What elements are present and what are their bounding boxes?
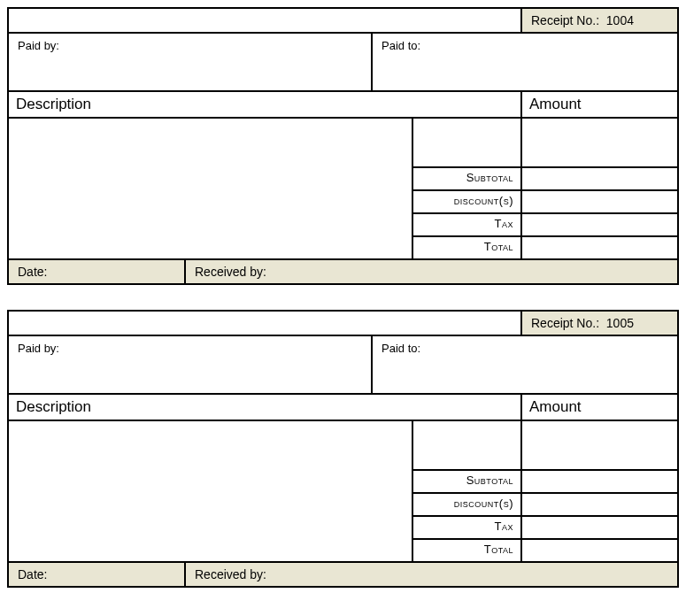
- discounts-value: [521, 493, 678, 516]
- header-blank: [8, 311, 521, 335]
- tax-label: Tax: [412, 516, 521, 539]
- description-body: [8, 420, 412, 562]
- discounts-value: [521, 190, 678, 213]
- total-value: [521, 539, 678, 562]
- paid-by-label: Paid by:: [18, 342, 59, 355]
- receipt-number-cell: Receipt No.: 1004: [521, 8, 678, 33]
- received-by-label: Received by:: [195, 567, 266, 581]
- paid-by-cell: Paid by:: [8, 335, 372, 394]
- received-by-label: Received by:: [195, 265, 266, 279]
- subtotal-label: Subtotal: [412, 167, 521, 190]
- paid-by-cell: Paid by:: [8, 33, 372, 91]
- tax-value: [521, 516, 678, 539]
- amount-label-blank: [412, 420, 521, 470]
- subtotal-label: Subtotal: [412, 470, 521, 493]
- amount-header: Amount: [521, 394, 678, 420]
- received-by-cell: Received by:: [185, 259, 678, 284]
- header-blank: [8, 8, 521, 33]
- amount-header: Amount: [521, 91, 678, 118]
- date-label: Date:: [18, 265, 47, 279]
- subtotal-value: [521, 470, 678, 493]
- date-cell: Date:: [8, 259, 185, 284]
- total-value: [521, 236, 678, 259]
- paid-to-label: Paid to:: [382, 342, 420, 355]
- receipt: Receipt No.: 1005 Paid by: Paid to: Desc…: [7, 310, 679, 588]
- receipt: Receipt No.: 1004 Paid by: Paid to: Desc…: [7, 7, 679, 285]
- amount-value-blank: [521, 118, 678, 167]
- description-header: Description: [8, 91, 521, 118]
- amount-label-blank: [412, 118, 521, 167]
- description-header: Description: [8, 394, 521, 420]
- received-by-cell: Received by:: [185, 562, 678, 587]
- receipt-no-value: 1005: [606, 316, 634, 330]
- discounts-label: discount(s): [412, 493, 521, 516]
- subtotal-value: [521, 167, 678, 190]
- date-cell: Date:: [8, 562, 185, 587]
- paid-to-cell: Paid to:: [372, 335, 678, 394]
- description-body: [8, 118, 412, 259]
- receipt-no-label: Receipt No.:: [531, 13, 599, 27]
- tax-value: [521, 213, 678, 236]
- tax-label: Tax: [412, 213, 521, 236]
- amount-value-blank: [521, 420, 678, 470]
- receipt-no-value: 1004: [606, 13, 634, 27]
- discounts-label: discount(s): [412, 190, 521, 213]
- paid-to-cell: Paid to:: [372, 33, 678, 91]
- total-label: Total: [412, 539, 521, 562]
- total-label: Total: [412, 236, 521, 259]
- paid-by-label: Paid by:: [18, 39, 59, 52]
- receipt-number-cell: Receipt No.: 1005: [521, 311, 678, 335]
- receipt-no-label: Receipt No.:: [531, 316, 599, 330]
- date-label: Date:: [18, 567, 47, 581]
- paid-to-label: Paid to:: [382, 39, 420, 52]
